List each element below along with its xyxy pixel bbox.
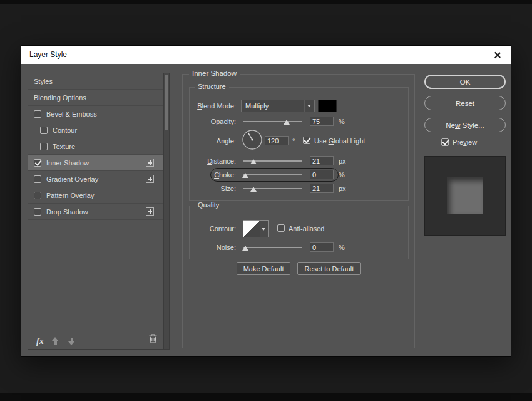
- inner-shadow-panel: Inner Shadow Structure Blend Mode: Multi…: [182, 74, 415, 348]
- sidebar-item-label: Pattern Overlay: [46, 192, 94, 199]
- noise-label: Noise:: [190, 242, 236, 253]
- new-style-button[interactable]: New Style...: [424, 118, 506, 132]
- choke-unit: %: [339, 170, 345, 180]
- use-global-light-checkbox[interactable]: [303, 137, 310, 144]
- angle-label: Angle:: [190, 136, 236, 146]
- effect-preview-inner-square: [447, 177, 483, 214]
- distance-label: Distance:: [190, 156, 236, 166]
- sidebar-item-label: Blending Options: [34, 94, 86, 102]
- sidebar-item-gradient-overlay[interactable]: Gradient Overlay: [28, 171, 163, 187]
- sidebar-item-styles[interactable]: Styles: [28, 73, 163, 90]
- sidebar-item-label: Bevel & Emboss: [46, 110, 97, 118]
- structure-legend: Structure: [195, 83, 229, 90]
- gradient-overlay-checkbox[interactable]: [34, 175, 41, 183]
- slider-thumb[interactable]: [250, 187, 257, 192]
- inner-shadow-checkbox[interactable]: [34, 159, 41, 167]
- add-inner-shadow-plus-icon[interactable]: [146, 159, 154, 167]
- styles-list: Styles Blending Options Bevel & Emboss C…: [28, 73, 163, 220]
- dialog-titlebar: Layer Style: [21, 46, 511, 64]
- anti-aliased-checkbox[interactable]: [277, 224, 285, 232]
- reset-button[interactable]: Reset: [424, 96, 506, 110]
- angle-dial[interactable]: [242, 129, 263, 150]
- layer-style-dialog: Layer Style Styles Blending Options Beve…: [21, 45, 511, 357]
- distance-slider[interactable]: [243, 156, 302, 166]
- sidebar-item-texture[interactable]: Texture: [28, 138, 163, 155]
- size-label: Size:: [190, 184, 236, 194]
- opacity-unit: %: [339, 117, 345, 127]
- slider-thumb[interactable]: [284, 120, 290, 125]
- sidebar-item-label: Texture: [53, 143, 75, 150]
- backdrop-bottom-strip: [0, 393, 532, 401]
- angle-input[interactable]: [265, 136, 289, 145]
- styles-list-scrollbar[interactable]: [163, 73, 169, 349]
- contour-label: Contour:: [190, 220, 236, 237]
- sidebar-item-pattern-overlay[interactable]: Pattern Overlay: [28, 187, 163, 204]
- angle-unit: °: [292, 136, 295, 146]
- styles-list-panel: Styles Blending Options Bevel & Emboss C…: [28, 73, 170, 350]
- slider-track: [243, 121, 302, 122]
- opacity-input[interactable]: [310, 117, 334, 126]
- preview-checkbox[interactable]: [441, 138, 449, 146]
- move-down-icon[interactable]: [68, 337, 75, 345]
- quality-legend: Quality: [195, 201, 222, 209]
- sidebar-item-drop-shadow[interactable]: Drop Shadow: [28, 204, 163, 220]
- size-input[interactable]: [310, 184, 334, 193]
- dialog-title: Layer Style: [29, 46, 67, 64]
- sidebar-item-blending-options[interactable]: Blending Options: [28, 90, 163, 106]
- structure-group: Structure Blend Mode: Multiply Opacity:: [189, 87, 409, 200]
- add-gradient-overlay-plus-icon[interactable]: [146, 175, 154, 183]
- distance-unit: px: [339, 156, 346, 166]
- desktop-backdrop: Layer Style Styles Blending Options Beve…: [0, 0, 532, 401]
- noise-slider[interactable]: [243, 242, 302, 253]
- noise-input[interactable]: [310, 242, 334, 252]
- ok-button[interactable]: OK: [424, 75, 506, 89]
- anti-aliased-label: Anti-aliased: [289, 225, 325, 232]
- distance-input[interactable]: [310, 156, 334, 165]
- choke-input[interactable]: [310, 170, 334, 179]
- reset-to-default-button[interactable]: Reset to Default: [297, 262, 361, 275]
- size-slider[interactable]: [243, 184, 302, 194]
- fx-icon[interactable]: fx: [36, 336, 44, 346]
- quality-group: Quality Contour: Anti-aliased Noise:: [189, 206, 409, 259]
- opacity-label: Opacity:: [190, 117, 236, 127]
- dialog-body: Styles Blending Options Bevel & Emboss C…: [21, 64, 511, 356]
- drop-shadow-checkbox[interactable]: [34, 208, 41, 216]
- choke-label: Choke:: [190, 170, 236, 180]
- texture-checkbox[interactable]: [40, 143, 48, 150]
- backdrop-top-strip: [0, 0, 532, 4]
- sidebar-item-inner-shadow[interactable]: Inner Shadow: [28, 155, 163, 171]
- shadow-color-swatch[interactable]: [318, 100, 337, 112]
- noise-unit: %: [339, 242, 345, 253]
- scrollbar-thumb[interactable]: [165, 75, 168, 130]
- delete-effect-trash-icon[interactable]: [149, 334, 157, 346]
- move-up-icon[interactable]: [52, 337, 59, 345]
- make-default-button[interactable]: Make Default: [237, 262, 291, 275]
- contour-thumbnail[interactable]: [243, 220, 260, 237]
- use-global-light-label: Use Global Light: [314, 137, 365, 145]
- contour-checkbox[interactable]: [40, 127, 48, 134]
- blend-mode-dropdown[interactable]: Multiply: [241, 100, 315, 112]
- close-icon[interactable]: [493, 51, 502, 60]
- contour-chevron-down-icon[interactable]: [260, 220, 269, 237]
- sidebar-item-label: Inner Shadow: [46, 159, 89, 167]
- bevel-emboss-checkbox[interactable]: [34, 110, 41, 118]
- slider-thumb[interactable]: [242, 173, 248, 178]
- sidebar-item-label: Drop Shadow: [46, 208, 88, 216]
- slider-thumb[interactable]: [250, 159, 257, 164]
- slider-thumb[interactable]: [242, 246, 248, 251]
- effect-preview-thumbnail: [424, 156, 506, 236]
- defaults-button-row: Make Default Reset to Default: [183, 262, 414, 275]
- slider-track: [243, 174, 302, 175]
- sidebar-item-bevel-emboss[interactable]: Bevel & Emboss: [28, 106, 163, 122]
- choke-slider[interactable]: [243, 170, 302, 180]
- sidebar-item-contour[interactable]: Contour: [28, 122, 163, 138]
- opacity-slider[interactable]: [243, 117, 302, 127]
- sidebar-item-label: Styles: [34, 78, 53, 85]
- pattern-overlay-checkbox[interactable]: [34, 192, 41, 199]
- chevron-down-icon: [304, 100, 314, 112]
- add-drop-shadow-plus-icon[interactable]: [146, 207, 154, 216]
- dialog-actions: OK Reset New Style... Preview: [424, 64, 506, 357]
- size-unit: px: [339, 184, 346, 194]
- sidebar-item-label: Gradient Overlay: [46, 175, 98, 183]
- preview-toggle-row: Preview: [441, 138, 477, 146]
